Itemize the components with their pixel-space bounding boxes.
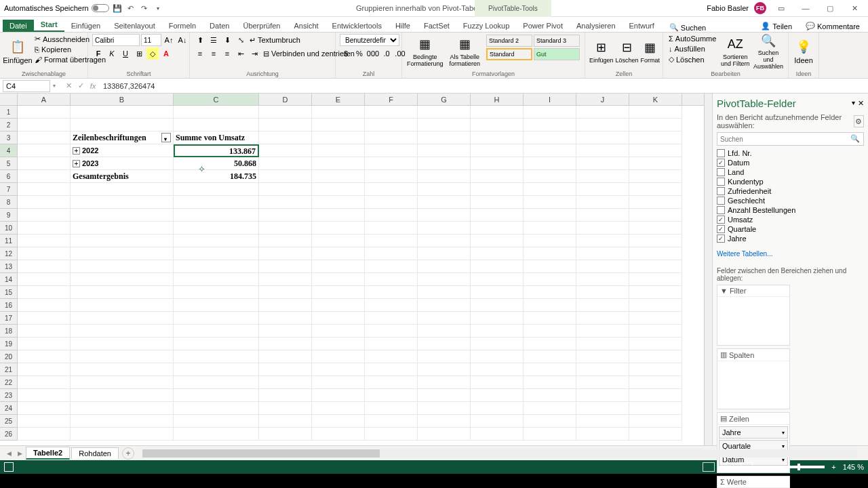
cell-J7[interactable]	[576, 183, 629, 196]
filter-dropdown-icon[interactable]	[161, 133, 171, 142]
cell-F5[interactable]	[365, 157, 418, 170]
field-item[interactable]: Land	[717, 167, 864, 177]
pagebreak-view-icon[interactable]	[741, 462, 753, 472]
cell-G23[interactable]	[418, 389, 471, 402]
cell-J13[interactable]	[576, 260, 629, 273]
field-checkbox[interactable]	[717, 168, 725, 176]
cell-C6[interactable]: 184.735	[174, 170, 259, 183]
vertical-scrollbar[interactable]	[704, 94, 712, 445]
cell-K22[interactable]	[629, 376, 682, 389]
cell-C1[interactable]	[174, 106, 259, 119]
cell-E22[interactable]	[312, 376, 365, 389]
cell-G16[interactable]	[418, 299, 471, 312]
cell-F24[interactable]	[365, 402, 418, 415]
indent-dec-icon[interactable]: ⇤	[235, 47, 247, 60]
cell-F22[interactable]	[365, 376, 418, 389]
cell-E12[interactable]	[312, 247, 365, 260]
sheet-tab-active[interactable]: Tabelle2	[26, 447, 70, 460]
cell-A23[interactable]	[18, 389, 71, 402]
field-checkbox[interactable]	[717, 216, 725, 224]
field-item[interactable]: Jahre	[717, 234, 864, 243]
tab-help[interactable]: Hilfe	[389, 20, 417, 32]
cell-J22[interactable]	[576, 376, 629, 389]
cell-J10[interactable]	[576, 222, 629, 235]
cell-H21[interactable]	[471, 363, 524, 376]
cell-F16[interactable]	[365, 299, 418, 312]
row-header-9[interactable]: 9	[0, 209, 18, 222]
style-std[interactable]: Standard	[486, 48, 532, 60]
cell-I3[interactable]	[524, 131, 576, 144]
field-checkbox[interactable]	[717, 235, 725, 243]
cell-H6[interactable]	[471, 170, 524, 183]
align-center-icon[interactable]: ≡	[208, 47, 220, 60]
cell-G11[interactable]	[418, 235, 471, 247]
cell-I13[interactable]	[524, 260, 576, 273]
cell-J4[interactable]	[576, 144, 629, 157]
cell-I1[interactable]	[524, 106, 576, 119]
cell-D11[interactable]	[259, 235, 312, 247]
cell-A13[interactable]	[18, 260, 71, 273]
cell-A16[interactable]	[18, 299, 71, 312]
cell-E3[interactable]	[312, 131, 365, 144]
cell-K19[interactable]	[629, 338, 682, 350]
row-header-21[interactable]: 21	[0, 363, 18, 376]
cell-H12[interactable]	[471, 247, 524, 260]
horizontal-scrollbar[interactable]	[142, 449, 857, 458]
cell-E1[interactable]	[312, 106, 365, 119]
number-format-select[interactable]: Benutzerdefiniert	[340, 34, 399, 46]
row-header-11[interactable]: 11	[0, 235, 18, 247]
cell-E11[interactable]	[312, 235, 365, 247]
cell-J20[interactable]	[576, 350, 629, 363]
col-header-A[interactable]: A	[18, 94, 71, 105]
cell-E18[interactable]	[312, 325, 365, 338]
cell-I15[interactable]	[524, 286, 576, 299]
field-item[interactable]: Kundentyp	[717, 177, 864, 186]
row-header-8[interactable]: 8	[0, 196, 18, 209]
field-checkbox[interactable]	[717, 178, 725, 186]
pane-dropdown-icon[interactable]: ▾	[852, 99, 855, 108]
cell-J14[interactable]	[576, 273, 629, 286]
expand-icon[interactable]: +	[73, 147, 80, 155]
undo-icon[interactable]: ↶	[125, 3, 136, 14]
align-right-icon[interactable]: ≡	[221, 47, 233, 60]
chevron-down-icon[interactable]: ▾	[782, 443, 785, 449]
cell-D26[interactable]	[259, 428, 312, 441]
field-item[interactable]: Lfd. Nr.	[717, 148, 864, 158]
cell-B7[interactable]	[71, 183, 174, 196]
cell-I19[interactable]	[524, 338, 576, 350]
autosave-toggle[interactable]	[92, 4, 109, 12]
cell-A5[interactable]	[18, 157, 71, 170]
cell-G20[interactable]	[418, 350, 471, 363]
cell-K15[interactable]	[629, 286, 682, 299]
ideas-button[interactable]: 💡Ideen	[793, 34, 814, 69]
cell-K13[interactable]	[629, 260, 682, 273]
cell-J16[interactable]	[576, 299, 629, 312]
cell-B5[interactable]: +2023	[71, 157, 174, 170]
cell-I10[interactable]	[524, 222, 576, 235]
cell-G26[interactable]	[418, 428, 471, 441]
cell-I16[interactable]	[524, 299, 576, 312]
cell-B12[interactable]	[71, 247, 174, 260]
cell-C21[interactable]	[174, 363, 259, 376]
cell-C24[interactable]	[174, 402, 259, 415]
percent-icon[interactable]: %	[353, 47, 366, 60]
row-header-20[interactable]: 20	[0, 350, 18, 363]
cell-A22[interactable]	[18, 376, 71, 389]
cell-G10[interactable]	[418, 222, 471, 235]
cell-K17[interactable]	[629, 312, 682, 325]
row-header-4[interactable]: 4	[0, 144, 18, 157]
field-checkbox[interactable]	[717, 149, 725, 157]
cell-D5[interactable]	[259, 157, 312, 170]
cell-G5[interactable]	[418, 157, 471, 170]
zoom-out-icon[interactable]: −	[760, 463, 764, 471]
maximize-icon[interactable]: ▢	[821, 1, 840, 15]
cell-K3[interactable]	[629, 131, 682, 144]
cell-F1[interactable]	[365, 106, 418, 119]
cell-A11[interactable]	[18, 235, 71, 247]
cell-D6[interactable]	[259, 170, 312, 183]
cell-E14[interactable]	[312, 273, 365, 286]
cell-K12[interactable]	[629, 247, 682, 260]
cell-E6[interactable]	[312, 170, 365, 183]
field-checkbox[interactable]	[717, 187, 725, 195]
redo-icon[interactable]: ↷	[139, 3, 150, 14]
